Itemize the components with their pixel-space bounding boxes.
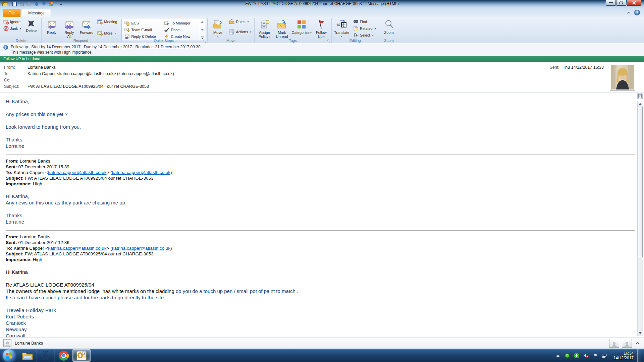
tab-message[interactable]: Message xyxy=(22,9,51,17)
reply-icon xyxy=(46,19,57,30)
quote-to-mid: > ( xyxy=(107,170,112,175)
mark-unread-button[interactable]: MarkUnread xyxy=(273,18,291,39)
people-pane-expand-icon[interactable] xyxy=(635,341,641,346)
taskbar-explorer-button[interactable] xyxy=(18,349,36,362)
zoom-button[interactable]: Zoom xyxy=(380,18,398,35)
quote2-from: From: Lorraine Banks xyxy=(6,234,635,240)
quicksteps-up-icon[interactable] xyxy=(200,20,204,24)
group-move: Move Rules Actions Move xyxy=(208,18,254,43)
reading-pane: Hi Katrina, Any prices on this one yet ?… xyxy=(0,93,644,338)
follow-up-icon xyxy=(316,19,327,30)
assign-policy-button[interactable]: AssignPolicy xyxy=(256,18,273,40)
quickstep-ecs[interactable]: ECS xyxy=(123,20,163,26)
address-line: Crantock xyxy=(6,320,635,326)
ignore-button[interactable]: Ignore xyxy=(2,18,22,25)
outlook-message-window: FW: ATLAS LILAC LODGE AT009925/04 our re… xyxy=(0,0,644,362)
quote-sent-label: Sent: xyxy=(6,240,17,245)
people-view-button[interactable] xyxy=(609,339,619,348)
reply-all-icon xyxy=(64,19,74,30)
quote-from-value: Lorraine Banks xyxy=(20,159,50,164)
sender-photo-image xyxy=(611,65,634,89)
people-list-button[interactable] xyxy=(622,339,632,348)
group-zoom-label: Zoom xyxy=(379,39,399,43)
body-paragraph: Lorraine xyxy=(6,143,635,149)
tab-file[interactable]: File xyxy=(3,9,20,17)
scroll-down-icon[interactable] xyxy=(638,330,643,336)
quote-to-label: To: xyxy=(6,170,12,175)
status-green-icon[interactable] xyxy=(565,353,570,358)
print-audit-icon[interactable] xyxy=(574,353,580,358)
related-label: Related xyxy=(360,26,373,31)
group-delete-label: Delete xyxy=(1,39,41,43)
junk-label: Junk xyxy=(10,26,18,31)
start-button[interactable] xyxy=(3,349,15,362)
volume-muted-icon[interactable] xyxy=(583,353,589,358)
help-icon[interactable]: ? xyxy=(634,10,640,15)
quicksteps-down-icon[interactable] xyxy=(200,28,204,32)
related-button[interactable]: Related xyxy=(352,25,377,32)
quote-sent-label: Sent: xyxy=(6,164,17,169)
quote-to-suffix: ) xyxy=(170,246,172,251)
scrollbar-thumb[interactable] xyxy=(638,107,643,257)
email-link[interactable]: katrina.capper@atlaslh.co.uk xyxy=(48,170,106,175)
taskbar-clock[interactable]: 16:34 14/12/2017 xyxy=(613,351,634,360)
taskbar-chrome-button[interactable] xyxy=(54,349,72,362)
translate-button[interactable]: a Translate xyxy=(333,18,351,39)
vertical-scrollbar[interactable] xyxy=(637,101,643,336)
close-button[interactable] xyxy=(627,0,641,6)
group-move-label: Move xyxy=(208,39,254,43)
mark-unread-label: MarkUnread xyxy=(276,31,288,39)
email-link[interactable]: katrina.capper@atlaslh.co.uk xyxy=(48,246,106,251)
taskbar-xirrus-button[interactable] xyxy=(36,349,54,362)
network-icon[interactable] xyxy=(602,353,608,358)
reply-all-button[interactable]: ReplyAll xyxy=(60,18,78,39)
email-link[interactable]: katrina.capper@atlaslh.co.uk xyxy=(112,170,170,175)
body-paragraph: Any prices on this one yet ? xyxy=(6,111,635,117)
delete-button[interactable]: Delete xyxy=(22,18,40,33)
taskbar-outlook-button[interactable] xyxy=(72,349,91,362)
forward-label: Forward xyxy=(80,31,93,35)
rules-button[interactable]: Rules xyxy=(228,18,253,25)
quote1-subject: Subject: FW: ATLAS LILAC LODGE AT009925/… xyxy=(6,175,635,181)
hidden-icons-arrow[interactable] xyxy=(555,353,561,358)
restore-button[interactable] xyxy=(616,0,626,6)
from-value[interactable]: Lorraine Banks xyxy=(28,65,56,70)
follow-up-button[interactable]: FollowUp xyxy=(313,18,330,40)
quote-importance-label: Importance: xyxy=(6,181,32,186)
categorize-button[interactable]: Categorize xyxy=(291,18,313,36)
quickstep-to-manager[interactable]: To Manager xyxy=(163,20,198,26)
window-controls xyxy=(605,0,641,6)
more-button[interactable]: More xyxy=(96,30,118,37)
email-link[interactable]: katrina.capper@atlaslh.co.uk xyxy=(112,246,170,251)
delete-icon xyxy=(27,19,36,28)
ignore-label: Ignore xyxy=(10,20,20,24)
action-center-flag-icon[interactable] xyxy=(593,353,598,358)
categorize-label: Categorize xyxy=(292,31,312,35)
quote2-to: To: Katrina Capper <katrina.capper@atlas… xyxy=(6,245,635,251)
find-button[interactable]: Find xyxy=(352,18,377,25)
quickstep-team-email[interactable]: Team E-mail xyxy=(123,26,163,33)
more-respond-icon xyxy=(97,31,103,36)
group-respond-label: Respond xyxy=(42,39,120,43)
minimize-ribbon-icon[interactable] xyxy=(626,10,632,15)
select-button[interactable]: Select xyxy=(352,32,377,39)
minimize-button[interactable] xyxy=(606,0,616,6)
quickstep-team-email-label: Team E-mail xyxy=(131,28,152,32)
to-label: To: xyxy=(4,71,28,76)
reading-pane-page-icon[interactable] xyxy=(637,94,643,99)
find-label: Find xyxy=(360,20,367,24)
quickstep-done[interactable]: Done xyxy=(163,26,198,33)
sender-photo[interactable] xyxy=(610,64,635,90)
reply-button[interactable]: Reply xyxy=(43,18,60,35)
show-desktop-button[interactable] xyxy=(637,349,641,362)
scroll-up-icon[interactable] xyxy=(638,101,643,107)
to-value[interactable]: Katrina Capper <katrina.capper@atlaslh.c… xyxy=(28,71,174,76)
move-button[interactable]: Move xyxy=(209,18,226,39)
forward-button[interactable]: Forward xyxy=(78,18,95,35)
actions-button[interactable]: Actions xyxy=(228,28,253,35)
quickstep-to-manager-label: To Manager xyxy=(171,21,190,25)
junk-button[interactable]: Junk xyxy=(2,25,22,32)
meeting-button[interactable]: Meeting xyxy=(96,18,118,25)
people-pane-name[interactable]: Lorraine Banks xyxy=(15,341,43,346)
reply-label: Reply xyxy=(47,31,56,35)
